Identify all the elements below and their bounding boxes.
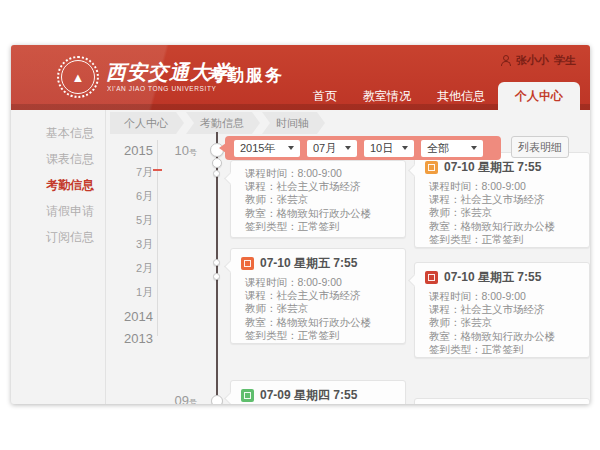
field-label: 课程时间： [245,276,298,288]
year-select[interactable]: 2015年 [234,140,300,157]
card-title: 07-10 星期五 7:55 [260,255,357,272]
sidebar-item-timetable[interactable]: 课表信息 [11,146,105,172]
field-label: 签到类型： [245,220,298,232]
scale-month-may[interactable]: 5月 [113,213,153,228]
scale-year-2013[interactable]: 2013 [113,331,153,346]
filter-bar: 2015年 07月 10日 全部 [225,136,501,160]
sidebar-item-leave-request[interactable]: 请假申请 [11,198,105,224]
scale-month-jan[interactable]: 1月 [113,285,153,300]
attendance-card: 课程时间：8:00-9:00 课程：社会主义市场经济 教师：张芸京 教室：格物致… [230,160,406,238]
calendar-stamp-icon [425,161,438,174]
scale-month-jul[interactable]: 7月 [113,165,153,180]
field-label: 课程： [429,303,461,315]
chevron-down-icon [345,146,351,150]
field-value: 8:00-9:00 [298,167,342,179]
field-value: 社会主义市场经济 [461,193,545,205]
field-value: 8:00-9:00 [298,276,342,288]
field-label: 课程： [245,289,277,301]
field-value: 张芸京 [277,193,309,205]
field-value: 格物致知行政办公楼 [461,330,556,342]
attendance-card-partial [414,398,590,404]
app-window: ▲ 西安交通大学 XI'AN JIAO TONG UNIVERSITY 考勤服务… [11,45,590,404]
timeline-node-small-1 [213,170,220,177]
app-title: 考勤服务 [208,64,284,87]
field-label: 签到类型： [429,343,482,355]
timeline-node-medium [212,158,222,168]
nav-other-info[interactable]: 其他信息 [424,83,498,110]
field-value: 正常签到 [482,233,524,245]
card-title: 07-10 星期五 7:55 [444,269,541,286]
chevron-down-icon [402,146,408,150]
field-value: 正常签到 [482,343,524,355]
chevron-down-icon [288,146,294,150]
sidebar-item-subscription[interactable]: 订阅信息 [11,224,105,250]
month-select[interactable]: 07月 [307,140,357,157]
field-label: 教室： [429,220,461,232]
current-month-tick [153,169,162,171]
card-title: 07-09 星期四 7:55 [260,387,357,404]
university-name-en: XI'AN JIAO TONG UNIVERSITY [107,85,216,92]
timeline-node-small-2 [213,259,220,266]
type-select[interactable]: 全部 [421,140,483,157]
attendance-card: 07-09 星期四 7:55 [230,380,406,404]
scale-month-jun[interactable]: 6月 [113,189,153,204]
breadcrumb-personal-center[interactable]: 个人中心 [110,112,184,134]
day-label-09: 09号 [159,393,197,404]
field-value: 8:00-9:00 [482,290,526,302]
field-value: 社会主义市场经济 [277,180,361,192]
main-content: 个人中心 考勤信息 时间轴 2015 7月 6月 5月 3月 2月 1月 201… [107,110,590,404]
breadcrumb-timeline[interactable]: 时间轴 [262,112,325,134]
month-select-value: 07月 [313,141,336,156]
app-header: ▲ 西安交通大学 XI'AN JIAO TONG UNIVERSITY 考勤服务… [11,45,590,110]
field-label: 课程时间： [245,167,298,179]
day-select-value: 10日 [370,141,393,156]
user-name: 张小小 [516,53,549,68]
field-label: 课程时间： [429,180,482,192]
field-label: 教室： [429,330,461,342]
attendance-card: 07-10 星期五 7:55 课程时间：8:00-9:00 课程：社会主义市场经… [230,248,406,344]
field-label: 课程时间： [429,290,482,302]
user-role: 学生 [554,53,576,68]
calendar-stamp-icon [425,271,438,284]
field-value: 正常签到 [298,329,340,341]
field-label: 签到类型： [429,233,482,245]
attendance-card: 07-10 星期五 7:55 课程时间：8:00-9:00 课程：社会主义市场经… [414,262,590,358]
user-info[interactable]: 张小小 学生 [501,53,576,68]
scale-month-feb[interactable]: 2月 [113,261,153,276]
attendance-card: 07-10 星期五 7:55 课程时间：8:00-9:00 课程：社会主义市场经… [414,152,590,248]
nav-home[interactable]: 首页 [300,83,350,110]
field-label: 教师： [245,302,277,314]
type-select-value: 全部 [427,141,449,156]
year-select-value: 2015年 [240,141,275,156]
field-value: 张芸京 [461,316,493,328]
card-title: 07-10 星期五 7:55 [444,159,541,176]
date-scale: 2015 7月 6月 5月 3月 2月 1月 2014 2013 [113,143,153,353]
field-value: 正常签到 [298,220,340,232]
sidebar-item-attendance[interactable]: 考勤信息 [11,172,105,198]
field-value: 格物致知行政办公楼 [461,220,556,232]
scale-month-mar[interactable]: 3月 [113,237,153,252]
breadcrumb: 个人中心 考勤信息 时间轴 [110,112,327,134]
scale-year-2014[interactable]: 2014 [113,309,153,324]
field-label: 教师： [429,206,461,218]
field-label: 教师： [245,193,277,205]
field-value: 8:00-9:00 [482,180,526,192]
breadcrumb-attendance[interactable]: 考勤信息 [186,112,260,134]
scale-year-2015[interactable]: 2015 [113,143,153,158]
calendar-stamp-icon [241,257,254,270]
nav-personal-center[interactable]: 个人中心 [498,82,580,110]
field-label: 教室： [245,316,277,328]
field-label: 课程： [245,180,277,192]
timeline-node-day09 [211,395,223,404]
field-label: 签到类型： [245,329,298,341]
user-icon [501,55,511,66]
day-select[interactable]: 10日 [364,140,414,157]
main-nav: 首页 教室情况 其他信息 个人中心 [300,82,580,110]
list-detail-button[interactable]: 列表明细 [511,136,569,158]
field-value: 张芸京 [277,302,309,314]
sidebar-item-basic-info[interactable]: 基本信息 [11,120,105,146]
sidebar: 基本信息 课表信息 考勤信息 请假申请 订阅信息 [11,110,106,404]
field-value: 格物致知行政办公楼 [277,207,372,219]
nav-classrooms[interactable]: 教室情况 [350,83,424,110]
seal-glyph: ▲ [72,71,85,84]
